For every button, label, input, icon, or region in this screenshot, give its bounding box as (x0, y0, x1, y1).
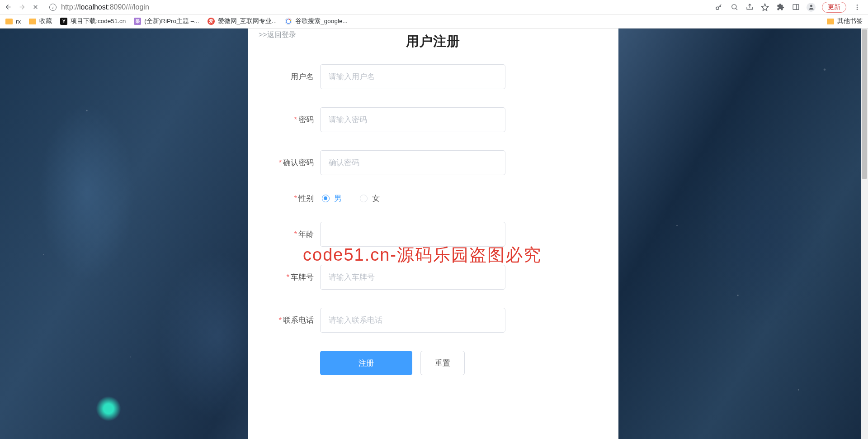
favicon-icon: 榮 (134, 18, 141, 25)
row-password: *密码 (261, 107, 605, 132)
url-text: http://localhost:8090/#/login (61, 3, 149, 11)
plate-input[interactable] (320, 265, 505, 290)
register-button[interactable]: 注册 (320, 351, 412, 375)
browser-toolbar: i http://localhost:8090/#/login 更新 (0, 0, 868, 14)
row-username: 用户名 (261, 64, 605, 89)
row-plate: *车牌号 (261, 265, 605, 290)
bookmark-rx[interactable]: rx (5, 18, 21, 25)
favicon-icon: 爱 (208, 18, 215, 25)
radio-label-male: 男 (334, 193, 342, 204)
bookmark-label: 其他书签 (837, 17, 863, 25)
radio-label-female: 女 (372, 193, 380, 204)
gender-radio-group: 男 女 (320, 193, 380, 204)
menu-icon[interactable] (853, 3, 862, 12)
age-input[interactable] (320, 222, 505, 247)
svg-point-7 (857, 9, 858, 10)
key-icon[interactable] (714, 3, 723, 12)
bookmark-label: (全新)RiPro主题 –... (144, 17, 199, 25)
bookmark-label: 爱微网_互联网专业... (218, 17, 277, 25)
phone-input[interactable] (320, 308, 505, 333)
username-input[interactable] (320, 64, 505, 89)
forward-button[interactable] (17, 3, 26, 12)
radio-icon (322, 195, 330, 202)
button-row: 注册 重置 (320, 351, 605, 375)
label-confirm-password: *确认密码 (261, 157, 320, 168)
sidepanel-icon[interactable] (791, 3, 800, 12)
svg-rect-2 (793, 5, 799, 10)
svg-point-4 (810, 5, 812, 7)
bookmark-google[interactable]: 谷歌搜索_google... (285, 17, 347, 25)
bookmarks-bar: rx 收藏 Y 项目下载:code51.cn 榮 (全新)RiPro主题 –..… (0, 14, 868, 29)
label-plate: *车牌号 (261, 272, 320, 282)
folder-icon (29, 19, 36, 24)
radio-female[interactable]: 女 (360, 193, 380, 204)
bookmark-label: 项目下载:code51.cn (71, 17, 126, 25)
page-area: >>返回登录 用户注册 用户名 *密码 *确认密码 *性别 男 女 (0, 29, 868, 439)
bookmark-other[interactable]: 其他书签 (827, 17, 863, 25)
bookmark-collect[interactable]: 收藏 (29, 17, 52, 25)
bookmark-ripro[interactable]: 榮 (全新)RiPro主题 –... (134, 17, 199, 25)
folder-icon (5, 19, 13, 24)
radio-male[interactable]: 男 (322, 193, 342, 204)
favicon-icon: Y (60, 18, 67, 25)
stop-button[interactable] (31, 3, 40, 12)
register-card: >>返回登录 用户注册 用户名 *密码 *确认密码 *性别 男 女 (248, 29, 618, 439)
label-phone: *联系电话 (261, 315, 320, 325)
extensions-icon[interactable] (776, 3, 785, 12)
scrollbar-thumb[interactable] (862, 29, 867, 179)
svg-point-6 (857, 6, 858, 8)
form-title: 用户注册 (261, 33, 605, 51)
share-icon[interactable] (745, 3, 754, 12)
profile-icon[interactable] (807, 3, 816, 12)
svg-point-1 (731, 5, 736, 9)
url-bar[interactable]: i http://localhost:8090/#/login (44, 1, 677, 13)
star-icon[interactable] (760, 3, 769, 12)
row-age: *年龄 (261, 222, 605, 247)
toolbar-right: 更新 (714, 2, 864, 13)
back-to-login-link[interactable]: >>返回登录 (259, 30, 296, 40)
reset-button[interactable]: 重置 (420, 351, 465, 375)
label-age: *年龄 (261, 229, 320, 239)
bookmark-label: rx (16, 18, 21, 25)
back-button[interactable] (4, 3, 13, 12)
row-phone: *联系电话 (261, 308, 605, 333)
radio-icon (360, 195, 368, 202)
confirm-password-input[interactable] (320, 150, 505, 175)
update-button[interactable]: 更新 (822, 2, 846, 13)
label-gender: *性别 (261, 193, 320, 204)
bookmark-aiwei[interactable]: 爱 爱微网_互联网专业... (208, 17, 277, 25)
zoom-icon[interactable] (730, 3, 739, 12)
password-input[interactable] (320, 107, 505, 132)
label-password: *密码 (261, 115, 320, 125)
folder-icon (827, 19, 834, 24)
row-confirm-password: *确认密码 (261, 150, 605, 175)
bookmark-label: 收藏 (39, 17, 52, 25)
row-gender: *性别 男 女 (261, 193, 605, 204)
bookmark-code51[interactable]: Y 项目下载:code51.cn (60, 17, 126, 25)
favicon-icon (285, 18, 292, 25)
bookmark-label: 谷歌搜索_google... (295, 17, 347, 25)
label-username: 用户名 (261, 72, 320, 82)
info-icon: i (49, 4, 57, 11)
bookmarks-right: 其他书签 (827, 17, 863, 25)
scrollbar[interactable] (861, 29, 868, 439)
svg-point-5 (857, 5, 858, 6)
